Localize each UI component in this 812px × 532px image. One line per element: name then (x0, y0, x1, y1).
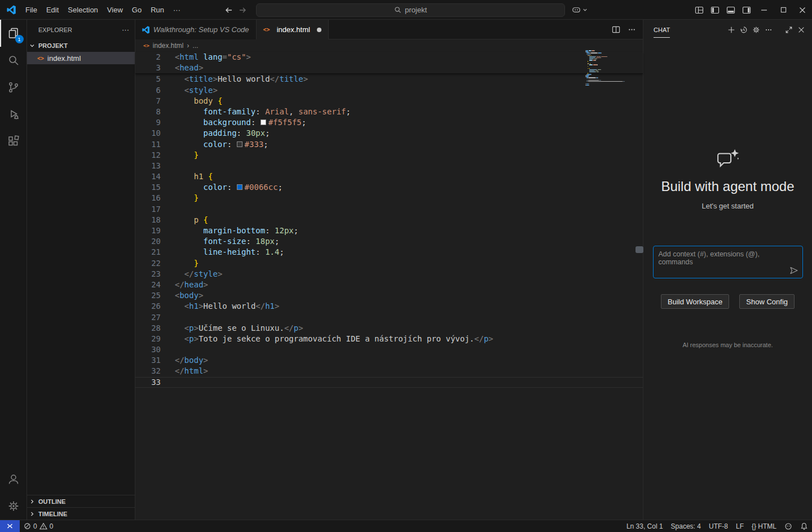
code-line-33[interactable]: 33 (135, 377, 643, 388)
code-line-22[interactable]: 22 } (135, 258, 643, 269)
code-line-9[interactable]: 9 background: #f5f5f5; (135, 117, 643, 128)
settings-button[interactable] (0, 493, 27, 520)
code-line-21[interactable]: 21 line-height: 1.4; (135, 247, 643, 258)
forward-arrow-icon[interactable] (236, 3, 249, 17)
code-line-24[interactable]: 24</head> (135, 280, 643, 290)
chat-history-icon[interactable] (738, 24, 750, 36)
sticky-code-line-3[interactable]: 3<head> (135, 63, 643, 73)
chat-input[interactable] (654, 246, 802, 278)
code-line-31[interactable]: 31</body> (135, 355, 643, 366)
command-center-search[interactable]: projekt (256, 3, 565, 17)
toggle-sidebar-right-icon[interactable] (739, 2, 754, 18)
toggle-panel-icon[interactable] (723, 2, 739, 18)
chat-more-icon[interactable] (762, 24, 775, 36)
code-line-14[interactable]: 14 h1 { (135, 171, 643, 182)
send-icon[interactable] (789, 266, 798, 275)
breadcrumb-file[interactable]: index.html (153, 42, 184, 50)
language-mode[interactable]: {} HTML (748, 520, 780, 532)
chat-settings-gear-icon[interactable] (750, 24, 762, 36)
code-line-26[interactable]: 26 <h1>Hello world</h1> (135, 301, 643, 312)
menu-file[interactable]: File (21, 3, 42, 16)
problems-status[interactable]: 0 0 (20, 520, 57, 532)
notifications-bell-icon[interactable] (796, 520, 812, 532)
code-line-10[interactable]: 10 padding: 30px; (135, 128, 643, 139)
code-line-29[interactable]: 29 <p>Toto je sekce o programovacích IDE… (135, 334, 643, 344)
maximize-button[interactable] (774, 0, 793, 20)
tab-walkthrough[interactable]: Walkthrough: Setup VS Code (135, 20, 257, 39)
eol-sequence[interactable]: LF (732, 520, 748, 532)
sidebar-item-search[interactable] (0, 47, 27, 74)
menu-more[interactable]: ··· (169, 3, 185, 16)
code-line-8[interactable]: 8 font-family: Arial, sans-serif; (135, 107, 643, 117)
code-editor[interactable]: 2<html lang="cs">3<head> 5 <title>Hello … (135, 52, 643, 520)
code-line-30[interactable]: 30 (135, 344, 643, 355)
sticky-scroll[interactable]: 2<html lang="cs">3<head> (135, 52, 643, 74)
toggle-sidebar-left-icon[interactable] (707, 2, 723, 18)
section-timeline[interactable]: TIMELINE (27, 507, 135, 520)
tab-index-html[interactable]: <> index.html (257, 20, 329, 39)
sidebar-item-explorer[interactable]: 1 (0, 20, 27, 47)
account-button[interactable] (0, 466, 27, 493)
customize-layout-icon[interactable] (691, 2, 707, 18)
sidebar-item-run-debug[interactable] (0, 101, 27, 128)
explorer-actions-icon[interactable]: ··· (122, 25, 129, 34)
cursor-position[interactable]: Ln 33, Col 1 (623, 520, 667, 532)
code-line-28[interactable]: 28 <p>Učíme se o Linuxu.</p> (135, 323, 643, 334)
close-window-button[interactable] (793, 0, 812, 20)
minimize-button[interactable] (754, 0, 774, 20)
file-item-index-html[interactable]: <> index.html (27, 52, 135, 64)
indentation[interactable]: Spaces: 4 (667, 520, 705, 532)
menu-go[interactable]: Go (127, 3, 146, 16)
line-content: color: #0066cc; (175, 182, 643, 193)
chat-close-icon[interactable] (795, 24, 807, 36)
breadcrumb[interactable]: <> index.html › ... (135, 39, 643, 52)
chat-expand-icon[interactable] (783, 24, 795, 36)
code-line-17[interactable]: 17 (135, 204, 643, 215)
copilot-status-icon[interactable] (780, 520, 796, 532)
menu-run[interactable]: Run (146, 3, 169, 16)
color-swatch[interactable] (237, 141, 242, 147)
line-number: 18 (135, 215, 175, 225)
breadcrumb-more[interactable]: ... (193, 42, 198, 50)
code-line-18[interactable]: 18 p { (135, 215, 643, 225)
code-line-5[interactable]: 5 <title>Hello world</title> (135, 74, 643, 85)
code-line-6[interactable]: 6 <style> (135, 85, 643, 96)
menu-edit[interactable]: Edit (42, 3, 63, 16)
color-swatch[interactable] (237, 184, 242, 190)
copilot-dropdown[interactable] (572, 6, 588, 14)
tab-chat[interactable]: CHAT (654, 21, 670, 38)
code-line-32[interactable]: 32</html> (135, 366, 643, 376)
remote-indicator[interactable] (0, 520, 20, 532)
code-line-16[interactable]: 16 } (135, 193, 643, 203)
chevron-down-icon (29, 43, 38, 48)
modified-dot-icon[interactable] (317, 28, 321, 32)
code-line-7[interactable]: 7 body { (135, 96, 643, 107)
code-line-19[interactable]: 19 margin-bottom: 12px; (135, 225, 643, 236)
sticky-code-line-2[interactable]: 2<html lang="cs"> (135, 52, 643, 63)
split-editor-icon[interactable] (609, 23, 623, 36)
section-outline[interactable]: OUTLINE (27, 495, 135, 507)
editor-more-actions-icon[interactable] (625, 23, 638, 36)
code-line-23[interactable]: 23 </style> (135, 269, 643, 280)
folder-projekt[interactable]: PROJEKT (27, 39, 135, 52)
code-line-12[interactable]: 12 } (135, 150, 643, 161)
encoding[interactable]: UTF-8 (705, 520, 732, 532)
code-line-15[interactable]: 15 color: #0066cc; (135, 182, 643, 193)
new-chat-icon[interactable] (725, 24, 738, 36)
show-config-button[interactable]: Show Config (739, 294, 795, 309)
code-line-13[interactable]: 13 (135, 161, 643, 171)
sash-handle[interactable] (636, 246, 643, 253)
menu-view[interactable]: View (103, 3, 127, 16)
minimap[interactable] (585, 50, 626, 87)
code-line-20[interactable]: 20 font-size: 18px; (135, 236, 643, 247)
code-line-25[interactable]: 25<body> (135, 290, 643, 301)
back-arrow-icon[interactable] (222, 3, 236, 17)
build-workspace-button[interactable]: Build Workspace (661, 294, 729, 309)
code-line-27[interactable]: 27 (135, 312, 643, 323)
sidebar-item-extensions[interactable] (0, 128, 27, 155)
menu-selection[interactable]: Selection (63, 3, 102, 16)
line-number: 33 (135, 377, 175, 388)
sidebar-item-source-control[interactable] (0, 74, 27, 101)
code-line-11[interactable]: 11 color: #333; (135, 139, 643, 150)
color-swatch[interactable] (261, 119, 266, 125)
